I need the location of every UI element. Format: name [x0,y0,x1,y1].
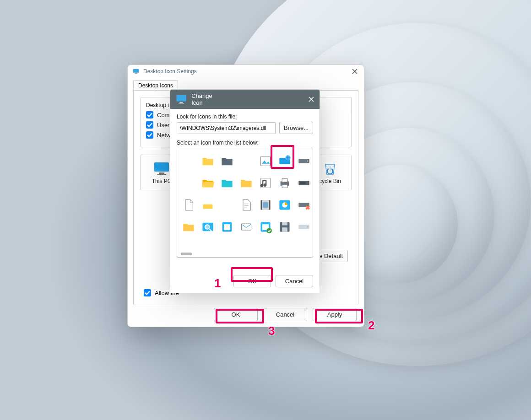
apply-button[interactable]: Apply [313,308,357,321]
recycle-bin-icon [321,161,339,176]
close-icon[interactable] [351,68,358,75]
svg-rect-38 [282,227,287,232]
pc-icon [152,161,171,176]
browse-button[interactable]: Browse... [279,122,313,134]
svg-rect-3 [154,162,169,172]
svg-rect-1 [135,73,137,73]
icon-folder-yellow[interactable] [199,151,217,171]
icon-monitor-globe[interactable] [276,151,293,171]
cancel-button[interactable]: Cancel [276,275,313,287]
svg-point-40 [307,226,308,227]
icon-file[interactable] [180,195,197,215]
svg-rect-6 [177,95,186,102]
icon-blank[interactable] [180,151,197,171]
close-icon[interactable] [308,96,315,103]
preview-label: cycle Bin [319,178,341,184]
svg-rect-31 [224,224,230,230]
icon-blank[interactable] [238,151,255,171]
preview-recycle-bin[interactable]: cycle Bin [316,161,344,184]
look-for-label: Look for icons in this file: [177,113,313,120]
icon-hdd[interactable] [295,151,313,171]
icon-path-input[interactable] [177,122,276,134]
icon-textfile[interactable] [238,195,255,215]
scrollbar-thumb[interactable] [181,253,192,255]
svg-point-29 [206,226,209,229]
svg-rect-8 [179,103,184,103]
select-icon-label: Select an icon from the list below: [177,140,313,146]
cancel-button[interactable]: Cancel [263,308,307,321]
icon-printer[interactable] [276,173,293,193]
icon-folder-teal[interactable] [218,173,236,193]
icon-music[interactable] [257,173,274,193]
svg-rect-5 [157,174,166,175]
icon-drive-bay[interactable] [295,173,313,193]
ok-button[interactable]: OK [233,275,271,287]
change-icon-dialog: Change Icon Look for icons in this file:… [170,89,320,288]
monitor-icon [175,93,188,106]
icon-window[interactable] [218,217,236,237]
icon-folder-empty[interactable] [199,195,217,215]
icon-folder-open[interactable] [199,173,217,193]
monitor-icon [132,68,140,75]
titlebar[interactable]: Change Icon [170,90,320,109]
icon-folder-back[interactable] [180,217,197,237]
icon-blank[interactable] [180,173,197,193]
icon-blank[interactable] [218,195,236,215]
ok-button[interactable]: OK [214,308,258,321]
group-title: Desktop i [144,102,171,108]
icon-photo[interactable] [257,151,274,171]
svg-point-35 [266,228,272,233]
svg-rect-21 [261,200,263,210]
icon-floppy[interactable] [276,217,293,237]
preview-label: This PC [152,178,172,184]
icon-chart-disc[interactable] [276,195,293,215]
svg-rect-9 [261,156,271,166]
dialog-title: Desktop Icon Settings [143,68,197,75]
icon-drive-error[interactable] [295,195,313,215]
svg-rect-0 [133,69,139,73]
svg-rect-23 [263,202,268,208]
svg-rect-19 [300,183,306,183]
icon-list[interactable] [177,148,313,258]
icon-drive-light[interactable] [295,217,313,237]
icon-folder-dark[interactable] [218,151,236,171]
icon-mail[interactable] [238,217,255,237]
svg-rect-17 [282,185,287,188]
svg-rect-22 [269,200,271,210]
tab-row: Desktop Icons [128,80,364,90]
svg-rect-26 [298,203,309,207]
icon-window-check[interactable] [257,217,274,237]
svg-rect-7 [180,102,183,103]
titlebar[interactable]: Desktop Icon Settings [128,65,364,78]
svg-rect-37 [282,222,287,226]
icon-search[interactable] [199,217,217,237]
dialog-title: Change Icon [191,92,212,106]
svg-point-13 [307,161,308,162]
svg-rect-16 [282,179,287,182]
icon-video[interactable] [257,195,274,215]
svg-rect-32 [242,224,251,230]
svg-rect-2 [135,74,138,74]
icon-folder-flat[interactable] [238,173,255,193]
svg-rect-4 [159,172,164,174]
